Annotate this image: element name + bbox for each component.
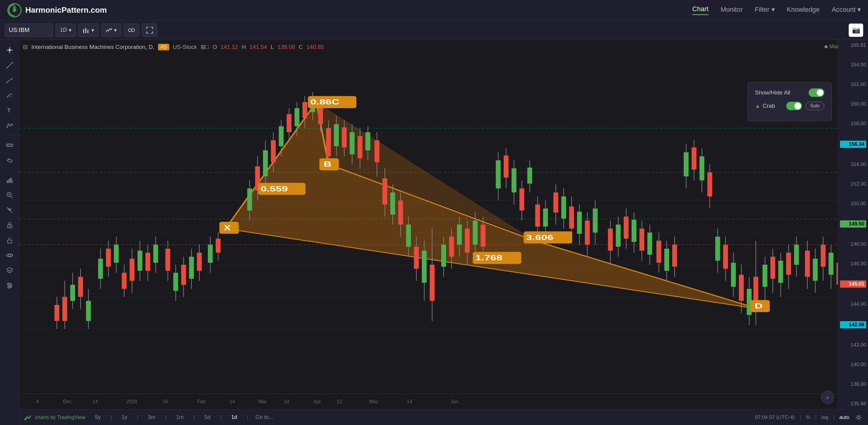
stock-info-bar: ⊟ International Business Machines Corpor…	[23, 44, 324, 50]
lock-tool[interactable]	[3, 219, 16, 232]
scale-percent[interactable]: %	[806, 415, 810, 421]
svg-point-51	[8, 286, 10, 288]
settings-tool[interactable]	[3, 279, 16, 292]
svg-rect-33	[8, 179, 10, 183]
fullscreen-icon	[146, 27, 153, 33]
stock-type-badge: AS	[158, 44, 169, 50]
svg-rect-74	[70, 285, 75, 301]
bar-indicator-icon	[6, 176, 13, 183]
layers-tool[interactable]	[3, 264, 16, 277]
period-5y[interactable]: 5y	[93, 413, 103, 422]
crosshair-icon	[6, 47, 13, 54]
svg-point-26	[6, 127, 7, 128]
svg-rect-242	[794, 245, 799, 265]
chart-type-btn[interactable]: ▾	[79, 24, 99, 37]
expand-icon[interactable]: ⊟	[23, 44, 28, 50]
svg-rect-168	[481, 225, 486, 247]
svg-rect-198	[616, 225, 621, 247]
nav-knowledge[interactable]: Knowledge	[787, 6, 820, 15]
svg-marker-45	[7, 267, 13, 271]
indicators-icon	[105, 27, 112, 33]
time-label-jun: Jun	[451, 399, 459, 404]
tradingview-logo: charts by TradingView	[24, 413, 85, 422]
period-3m[interactable]: 3m	[145, 413, 158, 422]
close-label: C	[299, 44, 303, 50]
zoom-tool[interactable]	[3, 188, 16, 202]
svg-rect-220	[707, 172, 712, 197]
period-1d[interactable]: 1d	[228, 413, 240, 422]
screenshot-btn[interactable]: 📷	[849, 24, 863, 37]
compare-btn[interactable]	[124, 24, 140, 37]
ray-tool[interactable]	[3, 74, 16, 87]
svg-rect-212	[672, 245, 677, 267]
svg-rect-172	[504, 155, 508, 177]
price-14298: 142.98	[840, 321, 866, 329]
period-1m[interactable]: 1m	[174, 413, 186, 422]
svg-rect-166	[473, 221, 477, 245]
solo-button[interactable]: Solo	[806, 102, 824, 110]
measure-tool[interactable]	[3, 139, 16, 152]
svg-rect-132	[334, 124, 339, 146]
bar-chart-icon	[83, 27, 90, 33]
stock-type-dropdown[interactable]: US-Stock	[173, 44, 197, 50]
svg-rect-100	[181, 265, 186, 285]
svg-rect-140	[366, 132, 370, 150]
scale-log[interactable]: log	[822, 415, 829, 421]
nav-links: Chart Monitor Filter ▾ Knowledge Account…	[692, 5, 861, 15]
scale-auto[interactable]: auto	[839, 415, 849, 421]
chart-settings-btn[interactable]	[854, 413, 863, 422]
visibility-tool[interactable]	[3, 203, 16, 217]
nav-filter[interactable]: Filter ▾	[755, 6, 775, 15]
svg-marker-62	[225, 102, 759, 309]
svg-rect-160	[449, 237, 454, 257]
svg-rect-250	[829, 253, 833, 275]
pattern-tool[interactable]	[3, 119, 16, 132]
price-14501: 145.01	[840, 280, 866, 288]
eye-tool[interactable]	[3, 249, 16, 262]
nav-account[interactable]: Account ▾	[832, 6, 861, 15]
time-label-2018: 2018	[126, 399, 137, 404]
svg-rect-116	[271, 140, 276, 162]
nav-monitor[interactable]: Monitor	[720, 6, 743, 15]
scroll-right-btn[interactable]: »	[821, 391, 834, 404]
unlock-tool[interactable]	[3, 234, 16, 247]
fib-icon	[6, 92, 13, 99]
time-label-14c: 14	[284, 399, 289, 404]
svg-rect-184	[553, 193, 558, 213]
svg-rect-108	[216, 239, 220, 253]
period-5d[interactable]: 5d	[202, 413, 213, 422]
price-14950: 149.50	[840, 220, 866, 228]
show-hide-toggle[interactable]	[809, 88, 824, 97]
svg-point-27	[12, 124, 13, 125]
indicator-overlay-tool[interactable]	[3, 173, 16, 187]
indicators-btn[interactable]: ▾	[101, 24, 121, 37]
chart-area[interactable]: ⊟ International Business Machines Corpor…	[19, 40, 868, 425]
back-tool[interactable]	[3, 153, 16, 167]
period-1y[interactable]: 1y	[119, 413, 130, 422]
hide-icon	[6, 206, 13, 214]
svg-rect-202	[631, 220, 637, 242]
crosshair-tool[interactable]	[3, 44, 16, 57]
time-label-14b: 14	[229, 399, 235, 404]
ticker-input[interactable]	[5, 24, 53, 37]
svg-rect-162	[457, 225, 462, 245]
undo-icon	[6, 157, 13, 164]
svg-rect-158	[441, 245, 446, 267]
nav-chart[interactable]: Chart	[692, 5, 709, 15]
goto-btn[interactable]: Go to...	[255, 414, 273, 421]
fib-tool[interactable]	[3, 89, 16, 102]
chart-svg[interactable]: 0.86C B X 0.559 3.606 1.768 D	[19, 40, 868, 409]
svg-text:X: X	[223, 224, 231, 232]
interval-selector[interactable]: 1D ▾	[56, 24, 76, 37]
show-hide-label: Show/Hide All	[755, 89, 790, 96]
svg-rect-156	[430, 265, 435, 301]
svg-rect-35	[12, 179, 13, 183]
svg-point-277	[25, 418, 26, 420]
price-144: 144.00	[840, 301, 866, 307]
fullscreen-btn[interactable]	[142, 24, 157, 37]
text-tool[interactable]: T	[3, 104, 16, 117]
svg-point-2	[13, 9, 16, 11]
crab-toggle[interactable]	[786, 102, 802, 110]
line-tool[interactable]	[3, 59, 16, 72]
svg-point-42	[9, 226, 10, 227]
